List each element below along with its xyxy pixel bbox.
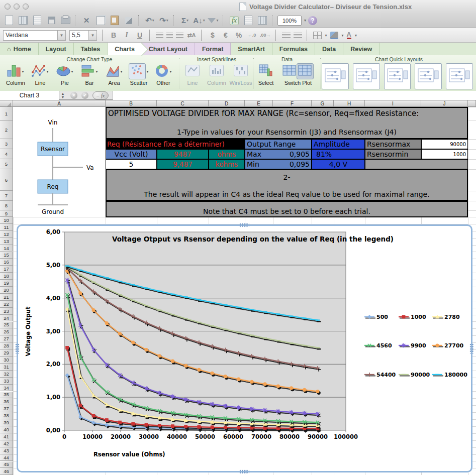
percent-format-button[interactable]: % [234, 31, 244, 39]
row-header-10[interactable]: 10 [0, 217, 13, 224]
italic-button[interactable]: I [122, 31, 132, 39]
dropdown-icon[interactable]: ▾ [71, 69, 73, 74]
row-header-41[interactable]: 41 [0, 433, 13, 440]
redo-button[interactable]: ↷▾ [158, 15, 170, 26]
filter-button[interactable]: ▾ [207, 15, 219, 26]
formula-builder-button[interactable]: fx [228, 15, 240, 26]
cell-amplitude[interactable]: Amplitude [312, 139, 365, 149]
ribbon-button-other[interactable]: ▾Other [152, 63, 175, 86]
tab-home[interactable]: ⌂Home [0, 43, 39, 55]
row-header-37[interactable]: 37 [0, 405, 13, 412]
minimize-window-button[interactable] [14, 4, 20, 10]
copy-button[interactable] [94, 15, 107, 26]
align-center-button[interactable] [166, 33, 173, 38]
row-header-13[interactable]: 13 [0, 238, 13, 245]
euro-format-button[interactable]: € [221, 31, 231, 39]
row-header-24[interactable]: 24 [0, 315, 13, 322]
fill-color-dropdown-icon[interactable]: ▾ [342, 33, 344, 38]
align-right-button[interactable] [176, 33, 183, 38]
media-browser-button[interactable] [256, 15, 268, 26]
increase-decimal-button[interactable]: .00→ [260, 33, 271, 38]
legend-label-2780[interactable]: 2780 [444, 314, 460, 320]
cell-amplitude-pct[interactable]: 81% [312, 149, 365, 159]
row-header-32[interactable]: 32 [0, 371, 13, 378]
row-header-16[interactable]: 16 [0, 259, 13, 266]
ribbon-button-column[interactable]: ▾Column [4, 63, 28, 86]
cancel-entry-button[interactable]: ✕ [70, 92, 77, 99]
dropdown-icon[interactable]: ▾ [120, 69, 122, 74]
cell-max-row[interactable]: Max 0,905 [245, 149, 312, 159]
decrease-decimal-button[interactable]: ←.0 [247, 33, 257, 38]
column-header-I[interactable]: I [365, 100, 421, 107]
ribbon-button-line[interactable]: ▾Line [29, 63, 52, 86]
chart-handle-top[interactable] [239, 223, 249, 227]
cell-kohms-unit[interactable]: kohms [209, 159, 245, 169]
cell-block-step2[interactable]: 2- The result will appear in C4 as the i… [106, 169, 468, 201]
row-header-14[interactable]: 14 [0, 245, 13, 252]
bold-button[interactable]: B [109, 31, 119, 39]
tab-chart-layout[interactable]: Chart Layout [142, 43, 195, 55]
undo-button[interactable]: ↶▾ [144, 15, 156, 26]
row-header-39[interactable]: 39 [0, 419, 13, 426]
column-header-H[interactable]: H [334, 100, 365, 107]
chart-quick-layout-5[interactable] [446, 63, 473, 89]
zoom-select[interactable]: 100% [277, 16, 302, 26]
row-header-3[interactable]: 3 [0, 139, 13, 149]
wrap-text-button[interactable]: ⇄A [186, 32, 197, 39]
borders-dropdown-icon[interactable]: ▾ [325, 33, 327, 38]
row-header-6[interactable]: 6 [0, 169, 13, 191]
sort-button[interactable]: A↓▾ [193, 15, 205, 26]
select-all-corner[interactable] [0, 100, 13, 107]
cell-rsensormin-label[interactable]: Rsensormin [365, 149, 421, 159]
cell-rsensormin-value[interactable]: 1000 [421, 149, 468, 159]
cell-rsensormax-label[interactable]: Rsensormax [365, 139, 421, 149]
show-formulas-button[interactable] [242, 15, 254, 26]
chart-handle-left[interactable] [15, 343, 20, 353]
sort-dropdown-icon[interactable]: ▾ [203, 18, 205, 23]
legend-label-9900[interactable]: 9900 [411, 342, 426, 349]
column-header-E[interactable]: E [245, 100, 273, 107]
row-header-17[interactable]: 17 [0, 266, 13, 273]
dropdown-icon[interactable]: ▾ [169, 69, 171, 74]
row-header-30[interactable]: 30 [0, 357, 13, 364]
template-gallery-button[interactable] [17, 15, 29, 26]
row-header-9[interactable]: 9 [0, 210, 13, 217]
font-size-dropdown-icon[interactable]: ▼ [88, 30, 97, 41]
new-workbook-button[interactable] [3, 15, 15, 26]
zoom-dropdown-icon[interactable]: ▾ [304, 18, 306, 23]
undo-dropdown-icon[interactable]: ▾ [152, 18, 154, 23]
cell-req-ohms-value[interactable]: 9487 [157, 149, 209, 159]
chart-title[interactable]: Voltage Otpput vs Rsensor depending on t… [112, 235, 394, 243]
filter-dropdown-icon[interactable]: ▾ [216, 18, 218, 23]
borders-button[interactable] [313, 32, 322, 39]
row-header-5[interactable]: 5 [0, 159, 13, 169]
row-header-21[interactable]: 21 [0, 294, 13, 301]
cell-block-title[interactable]: OPTIMISED VOLTAGE DIVIDER fOR MAX RANGE … [106, 107, 468, 139]
font-color-button[interactable]: A [347, 31, 351, 39]
cell-ohms-unit[interactable]: ohms [209, 149, 245, 159]
x-axis-title[interactable]: Rsensor value (Ohms) [93, 451, 165, 458]
column-header-C[interactable]: C [157, 100, 209, 107]
row-header-11[interactable]: 11 [0, 224, 13, 231]
row-header-12[interactable]: 12 [0, 231, 13, 238]
zoom-window-button[interactable] [23, 4, 29, 10]
name-box[interactable]: Chart 3 [0, 91, 59, 100]
row-header-28[interactable]: 28 [0, 342, 13, 349]
decrease-indent-button[interactable] [282, 33, 291, 38]
row-header-40[interactable]: 40 [0, 426, 13, 433]
row-header-34[interactable]: 34 [0, 385, 13, 392]
row-header-18[interactable]: 18 [0, 273, 13, 280]
row-header-20[interactable]: 20 [0, 287, 13, 294]
row-header-25[interactable]: 25 [0, 322, 13, 329]
increase-indent-button[interactable] [294, 33, 302, 38]
cell-req-label[interactable]: Req (Résistance fixe a déterminer) [106, 139, 245, 149]
dropdown-icon[interactable]: ▾ [46, 69, 48, 74]
cell-gray-filler[interactable] [365, 159, 468, 169]
autosum-button[interactable]: Σ▾ [179, 15, 191, 26]
row-header-36[interactable]: 36 [0, 398, 13, 405]
column-header-B[interactable]: B [106, 100, 157, 107]
font-color-dropdown-icon[interactable]: ▾ [355, 33, 357, 38]
currency-format-button[interactable]: $ [208, 31, 218, 39]
tab-smartart[interactable]: SmartArt [231, 43, 272, 55]
confirm-entry-button[interactable]: ✔ [81, 92, 88, 99]
